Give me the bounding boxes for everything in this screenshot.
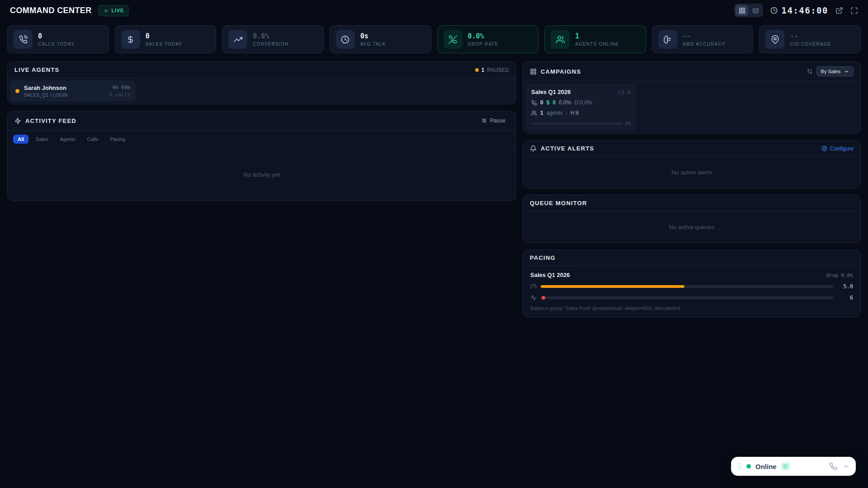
table-icon [752,7,759,14]
tab-pacing[interactable]: Pacing [105,135,130,144]
grid-icon [530,68,537,75]
campaign-lines: L5.0 [619,89,631,95]
trend-up-icon [228,30,247,49]
live-agents-panel: LIVE AGENTS 1 PAUSED Sarah Johnson SALES… [7,61,516,104]
tab-calls[interactable]: Calls [83,135,103,144]
campaign-name: Sales Q1 2026 [531,89,571,95]
gauge-icon [530,283,537,290]
activity-feed-panel: ACTIVITY FEED Pause All Sales Agents Cal… [7,111,516,201]
active-alerts-title: ACTIVE ALERTS [541,145,594,152]
kpi-label: AGENTS ONLINE [575,42,619,47]
agent-tile[interactable]: Sarah Johnson SALES_Q1 / LOGIN 4h 09m 0 … [10,80,136,102]
chevron-down-icon [844,69,849,74]
paused-dot-icon [475,68,479,72]
kpi-label: CID COVERAGE [790,42,831,47]
pacing-rate-value: 6 [838,295,853,301]
top-bar: COMMAND CENTER LIVE 14:46:00 [0,0,868,21]
campaign-sales: 0 [552,99,556,106]
pause-feed-button[interactable]: Pause [478,116,509,126]
kpi-value: 0 [38,32,75,40]
live-badge: LIVE [98,5,129,16]
drag-handle-icon[interactable] [737,463,742,470]
kpi-agents-online: 1 AGENTS ONLINE [544,25,646,53]
kpi-avg-talk: 0s AVG TALK [330,25,431,53]
campaign-hopper: H:6 [571,110,579,116]
softphone-status: Online [755,463,777,470]
kpi-row: 0 CALLS TODAY 0 SALES TODAY 0.0% CONVERS… [7,25,861,53]
dollar-icon [121,30,140,49]
table-view-button[interactable] [749,5,762,16]
kpi-calls-today: 0 CALLS TODAY [7,25,109,53]
campaign-drop: D:0.0% [574,99,592,106]
agents-list: Sarah Johnson SALES_Q1 / LOGIN 4h 09m 0 … [8,78,516,104]
pacing-balance-note: Balance group "Sales Pool" (proportional… [530,305,853,311]
kpi-value: -- [790,32,831,40]
activity-feed-title: ACTIVITY FEED [25,117,76,124]
kpi-value: 0s [360,32,386,40]
softphone-call-button[interactable] [829,462,837,470]
open-external-button[interactable] [835,7,843,14]
kpi-label: DROP RATE [468,42,499,47]
agent-detail: SALES_Q1 / LOGIN [24,93,68,98]
kpi-label: AVG TALK [360,42,386,47]
brain-icon [658,30,677,49]
campaign-conversion: 0.0% [559,99,571,106]
pacing-panel: PACING Sales Q1 2026 drop 0.0% 5.0 6 Bal [523,249,861,317]
page-title: COMMAND CENTER [10,6,92,15]
fullscreen-button[interactable] [850,7,858,14]
campaign-calls: 0 [540,99,543,106]
tab-agents[interactable]: Agents [56,135,80,144]
activity-icon [530,295,537,301]
feed-tabs: All Sales Agents Calls Pacing [8,131,516,148]
active-alerts-panel: ACTIVE ALERTS Configure No active alerts [523,140,861,188]
shield-check-icon [781,462,790,470]
users-icon [551,30,570,49]
queue-monitor-panel: QUEUE MONITOR No active queues [523,195,861,243]
pacing-campaign-name: Sales Q1 2026 [530,272,570,278]
campaign-progress-label: 0% [625,121,631,126]
tab-sales[interactable]: Sales [31,135,53,144]
queue-monitor-title: QUEUE MONITOR [530,200,587,206]
kpi-drop-rate: 0.0% DROP RATE [437,25,539,53]
view-toggle [734,4,763,17]
kpi-label: SALES TODAY [146,42,183,47]
wifi-icon [103,8,109,14]
kpi-label: CALLS TODAY [38,42,75,47]
tab-all[interactable]: All [13,135,28,144]
header-clock: 14:46:00 [770,5,828,15]
campaign-card[interactable]: Sales Q1 2026 L5.0 0 $ 0 0.0% D:0.0% 1 [526,84,636,131]
live-agents-title: LIVE AGENTS [14,66,59,73]
clock-icon [770,7,778,14]
dollar-icon: $ [547,99,550,106]
campaign-sort-select[interactable]: By Sales [816,66,854,76]
campaign-agents-label: agents [547,110,563,116]
grid-view-button[interactable] [736,5,748,16]
campaign-agents: 1 [540,110,543,116]
alerts-empty-message: No active alerts [523,157,860,188]
kpi-value: 0.0% [253,32,288,40]
kpi-label: CONVERSION [253,42,288,47]
phone-off-icon [443,30,462,49]
expand-softphone-button[interactable] [843,463,849,470]
map-pin-icon [765,30,784,49]
agent-status-dot-icon [15,89,19,93]
kpi-value: 0.0% [468,32,499,40]
campaigns-list: Sales Q1 2026 L5.0 0 $ 0 0.0% D:0.0% 1 [523,81,860,133]
softphone-widget: Online [731,457,856,476]
pacing-rate-dot-icon [542,296,545,300]
agent-calls: 0 calls [109,92,130,98]
kpi-value: 0 [146,32,183,40]
agent-duration: 4h 09m [109,84,130,90]
online-status-dot-icon [746,464,751,469]
queue-empty-message: No active queues [523,211,860,243]
sort-icon[interactable] [807,68,813,75]
bell-icon [530,145,537,152]
pacing-title: PACING [530,254,556,261]
kpi-value: 1 [575,32,619,40]
configure-alerts-button[interactable]: Configure [821,145,854,152]
kpi-label: AMD ACCURACY [683,42,726,47]
phone-icon [14,30,33,49]
pacing-row: Sales Q1 2026 drop 0.0% 5.0 6 Balance gr… [523,266,860,317]
pacing-dial-bar [541,285,834,288]
external-link-icon [835,7,843,14]
